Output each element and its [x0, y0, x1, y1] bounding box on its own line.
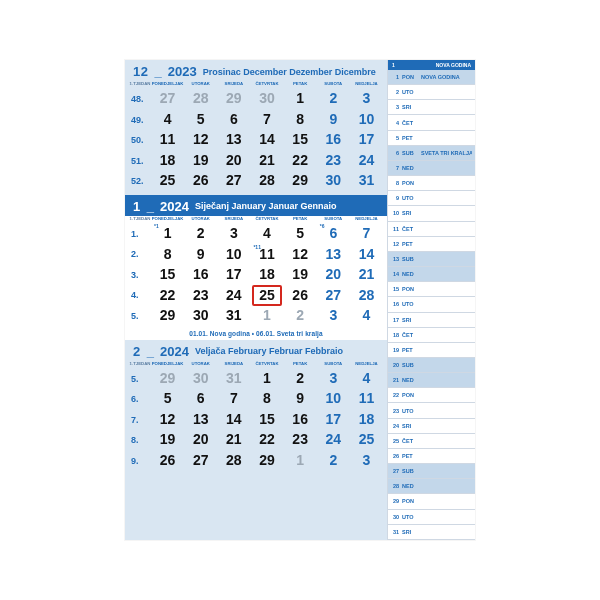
weekday-label: SUBOTA — [317, 81, 350, 87]
planner-day-num: 1 — [391, 74, 399, 80]
planner-row: 3SRI — [388, 100, 475, 115]
planner-day-abbr: SUB — [402, 256, 418, 262]
holidays-note: 01.01. Nova godina • 06.01. Sveta tri kr… — [125, 330, 387, 340]
planner-day-num: 11 — [391, 226, 399, 232]
date-cell: 19 — [184, 151, 217, 171]
date-cell: 24 — [350, 151, 383, 171]
week-number: 5. — [129, 306, 151, 326]
date-cell: 11*11 — [250, 245, 283, 265]
planner-day-abbr: NED — [402, 377, 418, 383]
separator: _ — [147, 344, 154, 359]
date-cell: 5 — [184, 110, 217, 130]
planner-day-num: 16 — [391, 301, 399, 307]
weekday-label: ČETVRTAK — [250, 216, 283, 222]
date-cell: 1 — [250, 369, 283, 389]
planner-day-num: 6 — [391, 150, 399, 156]
date-cell: 22 — [250, 430, 283, 450]
date-cell: 28 — [184, 89, 217, 109]
date-footnote: *1 — [154, 223, 159, 229]
month-names: Prosinac December Dezember Dicembre — [203, 67, 376, 77]
planner-row: 22PON — [388, 388, 475, 403]
date-footnote: *11 — [253, 244, 261, 250]
month-block: 2_2024Veljača February Februar Febbraio1… — [125, 340, 387, 475]
date-cell: 21 — [250, 151, 283, 171]
date-cell: 19 — [151, 430, 184, 450]
separator: _ — [147, 199, 154, 214]
planner-day-num: 26 — [391, 453, 399, 459]
planner-day-num: 14 — [391, 271, 399, 277]
month-year: 2024 — [160, 199, 189, 214]
date-cell: 29 — [250, 451, 283, 471]
date-cell: 20 — [317, 265, 350, 285]
date-cell: 23 — [284, 430, 317, 450]
weekday-label: PONEDJELJAK — [151, 361, 184, 367]
month-number: 2 — [133, 344, 141, 359]
planner-day-abbr: PET — [402, 241, 418, 247]
weekday-label: SRIJEDA — [217, 216, 250, 222]
date-cell: 10 — [317, 389, 350, 409]
date-cell: 9 — [284, 389, 317, 409]
planner-day-num: 2 — [391, 89, 399, 95]
date-cell: 12 — [151, 410, 184, 430]
date-cell: 4 — [250, 224, 283, 244]
planner-row: 11ČET — [388, 222, 475, 237]
date-cell: 8 — [284, 110, 317, 130]
planner-row: 2UTO — [388, 85, 475, 100]
date-cell: 29 — [284, 171, 317, 191]
date-cell: 13 — [217, 130, 250, 150]
planner-day-abbr: ČET — [402, 438, 418, 444]
planner-day-abbr: ČET — [402, 332, 418, 338]
date-cell: 17 — [317, 410, 350, 430]
week-label-head: 1.TJEDAN — [129, 361, 151, 367]
date-cell: 29 — [217, 89, 250, 109]
weekday-label: UTORAK — [184, 361, 217, 367]
weekday-label: SUBOTA — [317, 361, 350, 367]
weekday-label: NEDJELJA — [350, 81, 383, 87]
planner-day-abbr: PON — [402, 498, 418, 504]
date-cell: 5 — [284, 224, 317, 244]
date-cell: 7 — [217, 389, 250, 409]
planner-day-num: 8 — [391, 180, 399, 186]
planner-day-abbr: SRI — [402, 104, 418, 110]
planner-row: 27SUB — [388, 464, 475, 479]
date-cell: 2 — [317, 89, 350, 109]
planner-day-abbr: SUB — [402, 468, 418, 474]
month-names: Veljača February Februar Febbraio — [195, 346, 343, 356]
planner-row: 10SRI — [388, 206, 475, 221]
date-cell: 30 — [317, 171, 350, 191]
calendar-column: 12_2023Prosinac December Dezember Dicemb… — [125, 60, 387, 540]
date-cell: 27 — [217, 171, 250, 191]
planner-day-num: 22 — [391, 392, 399, 398]
date-cell: 18 — [151, 151, 184, 171]
weekday-row: 1.TJEDANPONEDJELJAKUTORAKSRIJEDAČETVRTAK… — [125, 361, 387, 369]
week-number: 7. — [129, 410, 151, 430]
planner-day-abbr: SUB — [402, 362, 418, 368]
date-cell: 28 — [250, 171, 283, 191]
weekday-label: SRIJEDA — [217, 361, 250, 367]
planner-day-abbr: UTO — [402, 89, 418, 95]
date-cell: 21 — [350, 265, 383, 285]
planner-day-num: 18 — [391, 332, 399, 338]
date-cell: 28 — [350, 286, 383, 306]
planner-day-num: 15 — [391, 286, 399, 292]
date-grid: 1.1*123456*672.891011*111213143.15161718… — [125, 224, 387, 330]
planner-day-num: 24 — [391, 423, 399, 429]
planner-day-abbr: UTO — [402, 514, 418, 520]
planner-day-abbr: NED — [402, 483, 418, 489]
month-names: Siječanj January Januar Gennaio — [195, 201, 337, 211]
planner-row: 12PET — [388, 237, 475, 252]
date-cell: 29 — [151, 306, 184, 326]
separator: _ — [154, 64, 161, 79]
date-cell: 19 — [284, 265, 317, 285]
planner-day-num: 9 — [391, 195, 399, 201]
planner-header: 1NOVA GODINA — [388, 60, 475, 70]
planner-day-abbr: PET — [402, 453, 418, 459]
planner-day-abbr: NED — [402, 165, 418, 171]
date-cell: 27 — [151, 89, 184, 109]
weekday-label: PONEDJELJAK — [151, 216, 184, 222]
planner-row: 17SRI — [388, 313, 475, 328]
week-number: 8. — [129, 430, 151, 450]
month-block: 1_2024Siječanj January Januar Gennaio1.T… — [125, 195, 387, 340]
date-cell: 15 — [250, 410, 283, 430]
date-cell: 30 — [184, 306, 217, 326]
